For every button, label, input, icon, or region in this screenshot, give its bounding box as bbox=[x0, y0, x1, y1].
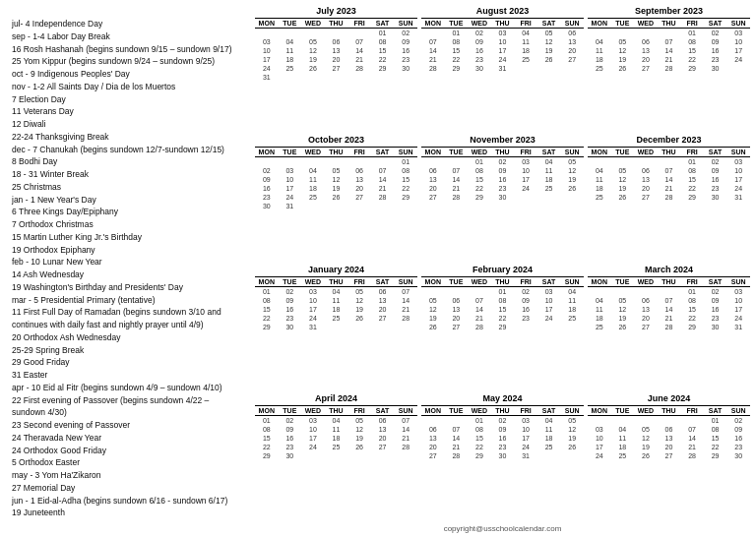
day-header: THU bbox=[491, 276, 515, 286]
calendar-day: 08 bbox=[255, 296, 279, 305]
calendar-day: 22 bbox=[468, 184, 491, 193]
calendar-day bbox=[347, 202, 371, 210]
calendar-day: 30 bbox=[491, 193, 515, 202]
calendar-day bbox=[325, 323, 348, 331]
month-title: August 2023 bbox=[421, 6, 584, 16]
calendar-day: 08 bbox=[680, 166, 704, 175]
month-title: October 2023 bbox=[255, 135, 417, 145]
calendar-day: 11 bbox=[560, 296, 584, 305]
holiday-item: 22 First evening of Passover (begins sun… bbox=[12, 394, 241, 407]
holiday-item: 24 Theravada New Year bbox=[12, 432, 241, 445]
calendar-day: 05 bbox=[347, 286, 371, 296]
calendar-day: 13 bbox=[560, 37, 584, 46]
calendar-day bbox=[421, 286, 445, 296]
calendar-day: 12 bbox=[301, 46, 325, 55]
calendar-day bbox=[468, 286, 491, 296]
calendar-day: 18 bbox=[514, 46, 537, 55]
calendar-day bbox=[658, 157, 681, 167]
calendar-day: 12 bbox=[611, 46, 635, 55]
calendar-day: 01 bbox=[371, 29, 395, 38]
calendar-day: 06 bbox=[421, 166, 445, 175]
calendar-day: 07 bbox=[421, 37, 445, 46]
day-header: SUN bbox=[394, 405, 417, 415]
calendar-day: 19 bbox=[347, 305, 371, 314]
calendar-day: 11 bbox=[514, 37, 537, 46]
holiday-item: 16 Rosh Hashanah (begins sundown 9/15 – … bbox=[12, 43, 241, 56]
calendar-day: 26 bbox=[634, 451, 658, 460]
calendar-day: 04 bbox=[560, 286, 584, 296]
calendar-day: 18 bbox=[301, 184, 325, 193]
calendar-day: 09 bbox=[704, 296, 727, 305]
calendar-day: 20 bbox=[634, 55, 658, 64]
calendar-day: 31 bbox=[514, 451, 537, 460]
day-header: THU bbox=[658, 148, 681, 157]
calendar-day: 16 bbox=[704, 305, 727, 314]
calendar-day: 03 bbox=[726, 286, 750, 296]
calendar-day: 12 bbox=[611, 305, 635, 314]
table-row: 0102 bbox=[255, 29, 417, 38]
holiday-item: 18 - 31 Winter Break bbox=[12, 168, 241, 181]
day-header: FRI bbox=[514, 405, 537, 415]
calendar-day: 08 bbox=[371, 37, 395, 46]
holiday-item: jan - 1 New Year's Day bbox=[12, 194, 241, 207]
holiday-item: may - 3 Yom Ha'Zikaron bbox=[12, 469, 241, 482]
month-title: June 2024 bbox=[588, 393, 750, 403]
month-title: January 2024 bbox=[255, 265, 417, 274]
calendar-day: 18 bbox=[325, 305, 348, 314]
holiday-item: 11 First Full Day of Ramadan (begins sun… bbox=[12, 306, 241, 319]
calendar-day: 26 bbox=[611, 323, 635, 331]
calendar-day: 02 bbox=[279, 415, 302, 425]
calendar-day: 11 bbox=[325, 425, 348, 434]
calendar-day: 24 bbox=[514, 184, 537, 193]
calendar-day: 13 bbox=[634, 305, 658, 314]
calendar-day: 13 bbox=[658, 434, 681, 443]
calendar-day: 26 bbox=[611, 64, 635, 73]
calendar-day: 13 bbox=[325, 46, 348, 55]
day-header: MON bbox=[255, 405, 279, 415]
day-header: MON bbox=[421, 19, 445, 29]
calendar-day bbox=[514, 323, 537, 331]
calendar-day: 27 bbox=[421, 451, 445, 460]
calendar-day: 16 bbox=[704, 175, 727, 184]
calendar-day: 04 bbox=[588, 166, 611, 175]
calendar-day: 24 bbox=[726, 184, 750, 193]
day-header: THU bbox=[658, 405, 681, 415]
table-row: 0102 bbox=[588, 415, 750, 425]
table-row: 0102030405 bbox=[421, 415, 584, 425]
calendar-day bbox=[611, 415, 635, 425]
calendar-day: 28 bbox=[394, 443, 417, 451]
table-row: 010203 bbox=[588, 29, 750, 38]
calendar-day: 09 bbox=[491, 166, 515, 175]
calendar-day: 12 bbox=[325, 175, 348, 184]
calendar-day: 12 bbox=[611, 175, 635, 184]
calendar-day: 26 bbox=[421, 323, 445, 331]
month-block-4: November 2023MONTUEWEDTHUFRISATSUN010203… bbox=[421, 135, 584, 260]
day-header: THU bbox=[325, 405, 348, 415]
calendar-day: 01 bbox=[255, 286, 279, 296]
month-block-1: August 2023MONTUEWEDTHUFRISATSUN01020304… bbox=[421, 6, 584, 131]
calendar-day: 20 bbox=[421, 184, 445, 193]
calendar-day: 25 bbox=[325, 314, 348, 323]
calendar-day: 16 bbox=[279, 434, 302, 443]
calendar-day: 17 bbox=[491, 46, 515, 55]
holiday-item: 11 Veterans Day bbox=[12, 105, 241, 118]
calendar-day: 12 bbox=[560, 425, 584, 434]
calendar-day: 26 bbox=[347, 314, 371, 323]
calendar-day: 05 bbox=[611, 296, 635, 305]
calendar-day: 21 bbox=[658, 184, 681, 193]
holiday-item: 22-24 Thanksgiving Break bbox=[12, 131, 241, 144]
calendar-day: 05 bbox=[537, 29, 561, 38]
day-header: TUE bbox=[611, 148, 635, 157]
month-block-6: January 2024MONTUEWEDTHUFRISATSUN0102030… bbox=[255, 265, 417, 389]
day-header: WED bbox=[634, 19, 658, 29]
calendar-day bbox=[611, 157, 635, 167]
day-header: MON bbox=[421, 405, 445, 415]
day-header: THU bbox=[658, 276, 681, 286]
calendar-day: 17 bbox=[588, 443, 611, 451]
calendar-day: 06 bbox=[347, 166, 371, 175]
calendar-day: 16 bbox=[394, 46, 417, 55]
calendar-day: 07 bbox=[371, 166, 395, 175]
calendar-day: 09 bbox=[726, 425, 750, 434]
day-header: SAT bbox=[704, 276, 727, 286]
table-row: 0102030405 bbox=[421, 157, 584, 167]
